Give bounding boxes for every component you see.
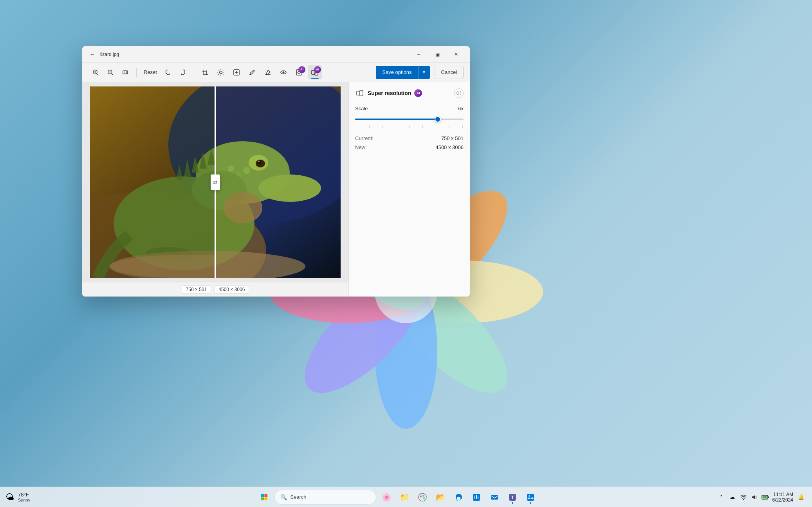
zoom-in-button[interactable] — [88, 65, 103, 79]
tray-volume[interactable] — [750, 493, 759, 502]
cancel-button[interactable]: Cancel — [435, 66, 464, 79]
panel-ai-badge: AI — [414, 89, 422, 97]
window-controls: − ▣ ✕ — [410, 48, 465, 61]
search-bar-label: Search — [290, 494, 306, 500]
current-dim-row: Current: 750 x 501 — [355, 135, 464, 141]
minimize-button[interactable]: − — [410, 48, 428, 61]
svg-line-31 — [218, 74, 219, 75]
scale-slider[interactable] — [355, 115, 464, 123]
original-size-label: 750 × 501 — [182, 285, 211, 294]
svg-rect-93 — [261, 494, 264, 497]
taskbar-icon-photos[interactable]: 🌸 — [379, 489, 394, 505]
svg-point-97 — [419, 493, 426, 501]
new-value: 4500 x 3006 — [435, 144, 464, 150]
weather-info: 78°F Sunny — [18, 492, 30, 502]
taskbar-icon-photos-app[interactable] — [523, 489, 538, 505]
save-options-group: Save options ▼ — [376, 66, 429, 79]
svg-point-78 — [228, 165, 234, 172]
image-enhanced — [215, 86, 341, 278]
tray-battery[interactable] — [761, 493, 770, 502]
svg-point-88 — [223, 192, 262, 223]
super-resolution-button[interactable]: AI — [308, 65, 322, 79]
scale-value: 6x — [458, 106, 464, 111]
enhanced-size-label: 4500 × 3006 — [214, 285, 249, 294]
svg-point-108 — [743, 499, 744, 500]
search-icon: 🔍 — [280, 494, 287, 500]
toolbar: Reset — [82, 63, 470, 82]
taskbar-icon-edge[interactable] — [451, 489, 466, 505]
tray-chevron[interactable]: ⌃ — [717, 493, 726, 502]
content-area: ⇄ 750 × 501 4500 × 3006 — [82, 82, 470, 297]
taskbar-weather[interactable]: 🌤 78°F Sunny — [0, 492, 78, 502]
taskbar-icon-teams[interactable]: T — [505, 489, 520, 505]
slider-track — [355, 119, 464, 120]
weather-desc: Sunny — [18, 498, 30, 502]
panel-icon — [355, 88, 364, 98]
svg-rect-92 — [360, 90, 363, 96]
svg-text:T: T — [511, 495, 514, 500]
tray-wifi[interactable] — [739, 493, 748, 502]
taskbar-icon-mail[interactable] — [487, 489, 502, 505]
svg-point-77 — [258, 161, 260, 162]
start-button[interactable] — [256, 489, 272, 505]
markup-button[interactable] — [229, 65, 244, 79]
svg-line-30 — [223, 70, 223, 70]
taskbar-icon-colorful[interactable] — [415, 489, 430, 505]
current-label: Current: — [355, 135, 374, 141]
tray-onedrive[interactable]: ☁ — [728, 493, 737, 502]
erase-button[interactable] — [261, 65, 275, 79]
save-options-dropdown[interactable]: ▼ — [418, 66, 430, 79]
title-bar: ← lizard.jpg − ▣ ✕ — [82, 46, 470, 63]
svg-rect-103 — [491, 495, 498, 500]
maximize-button[interactable]: ▣ — [428, 48, 446, 61]
split-handle-button[interactable]: ⇄ — [211, 174, 220, 190]
taskbar-icon-explorer2[interactable]: 📂 — [433, 489, 448, 505]
taskbar: 🌤 78°F Sunny 🔍 Search 🌸 📁 — [0, 487, 812, 507]
svg-rect-16 — [123, 71, 128, 74]
svg-point-23 — [219, 71, 222, 74]
slider-thumb[interactable] — [435, 116, 441, 122]
ai-enhance-button[interactable]: AI — [292, 65, 306, 79]
reset-button[interactable]: Reset — [141, 65, 160, 79]
redeye-button[interactable] — [276, 65, 291, 79]
clock-date: 6/22/2024 — [772, 497, 793, 503]
split-handle[interactable]: ⇄ — [215, 86, 216, 278]
panel-header: Super resolution AI ⓘ — [355, 88, 464, 98]
taskbar-icon-fileexplorer[interactable]: 📁 — [397, 489, 412, 505]
new-dim-row: New: 4500 x 3006 — [355, 144, 464, 150]
window-title: lizard.jpg — [100, 52, 410, 57]
zoom-controls — [88, 65, 132, 79]
image-container: ⇄ — [82, 82, 348, 282]
info-button[interactable]: ⓘ — [454, 88, 464, 98]
undo-button[interactable] — [161, 65, 175, 79]
svg-rect-94 — [265, 494, 268, 497]
crop-button[interactable] — [198, 65, 212, 79]
draw-button[interactable] — [245, 65, 259, 79]
clock-time: 11:11 AM — [773, 492, 793, 497]
scale-section: Scale 6x — [355, 106, 464, 128]
brightness-button[interactable] — [214, 65, 228, 79]
search-bar[interactable]: 🔍 Search — [274, 490, 376, 505]
zoom-out-button[interactable] — [103, 65, 117, 79]
taskbar-center: 🔍 Search 🌸 📁 📂 — [78, 489, 717, 505]
svg-rect-96 — [265, 497, 268, 500]
scale-label: Scale — [355, 106, 368, 111]
system-clock[interactable]: 11:11 AM 6/22/2024 — [772, 492, 793, 503]
back-button[interactable]: ← — [87, 49, 98, 60]
close-button[interactable]: ✕ — [447, 48, 465, 61]
history-controls: Reset — [141, 65, 190, 79]
slider-fill — [355, 119, 438, 120]
weather-temp: 78°F — [18, 492, 30, 498]
current-value: 750 x 501 — [441, 135, 464, 141]
svg-rect-111 — [768, 496, 769, 498]
svg-point-101 — [421, 497, 423, 499]
fit-to-window-button[interactable] — [118, 65, 132, 79]
taskbar-icon-store[interactable] — [469, 489, 484, 505]
notification-button[interactable]: 🔔 — [796, 492, 807, 503]
svg-rect-110 — [762, 496, 767, 498]
save-options-button[interactable]: Save options — [376, 66, 418, 79]
redo-button[interactable] — [176, 65, 190, 79]
ai-badge-1: AI — [298, 66, 305, 73]
svg-point-100 — [423, 497, 425, 499]
svg-rect-95 — [261, 497, 264, 500]
